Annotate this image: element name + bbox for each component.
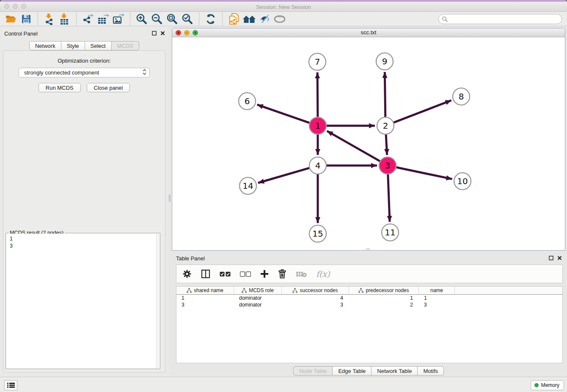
table-cell[interactable]: 3 <box>419 301 455 308</box>
graph-edge-3-10[interactable] <box>396 167 452 179</box>
tab-select[interactable]: Select <box>85 41 112 50</box>
optimization-criterion-select[interactable]: strongly connected component <box>19 68 150 77</box>
close-panel-icon[interactable] <box>160 30 165 37</box>
table-row[interactable]: 1dominator411 <box>176 295 562 301</box>
zoom-fit-icon[interactable] <box>165 12 180 26</box>
delete-column-trash-icon[interactable] <box>278 269 286 279</box>
open-folder-icon[interactable] <box>3 12 19 26</box>
tab-node-table[interactable]: Node Table <box>293 366 333 375</box>
result-line: 1 <box>10 235 160 243</box>
export-network-icon[interactable] <box>80 12 96 26</box>
clone-network-icon[interactable] <box>226 12 242 26</box>
export-table-icon[interactable] <box>96 12 111 26</box>
graph-node-9[interactable]: 9 <box>376 53 393 70</box>
table-cell[interactable]: 4 <box>282 295 349 301</box>
tab-style[interactable]: Style <box>61 41 85 50</box>
network-window-titlebar[interactable]: ✕ − + scc.txt <box>172 28 565 37</box>
tab-motifs[interactable]: Motifs <box>418 366 444 375</box>
mcds-result-text[interactable]: 13 <box>6 234 160 368</box>
import-table-icon[interactable] <box>57 12 72 26</box>
result-scrollbar[interactable] <box>156 233 160 369</box>
float-panel-icon[interactable] <box>549 254 553 262</box>
graph-node-11[interactable]: 11 <box>382 224 399 241</box>
close-panel-icon[interactable] <box>557 254 562 262</box>
unselect-all-columns-icon[interactable] <box>240 271 251 277</box>
table-cell[interactable]: 1 <box>419 295 455 301</box>
graph-node-1[interactable]: 1 <box>309 117 326 134</box>
column-header-shared-name[interactable]: shared name <box>176 287 234 294</box>
tab-network-table[interactable]: Network Table <box>372 366 418 375</box>
search-input[interactable] <box>438 14 562 24</box>
memory-label: Memory <box>541 382 559 388</box>
table-cell[interactable]: dominator <box>234 295 282 301</box>
select-all-columns-icon[interactable] <box>220 271 231 277</box>
function-builder-icon: f(x) <box>316 269 330 279</box>
graph-node-15[interactable]: 15 <box>309 225 326 242</box>
column-header-predecessor-nodes[interactable]: predecessor nodes <box>349 287 419 294</box>
refresh-layout-icon[interactable] <box>203 12 218 26</box>
hierarchy-icon <box>358 288 363 293</box>
panel-splitter-grip[interactable] <box>169 195 171 202</box>
canvas-resize-grip[interactable] <box>366 248 370 251</box>
svg-text:7: 7 <box>315 57 320 67</box>
graph-node-10[interactable]: 10 <box>454 173 471 190</box>
table-panel: Table Panel <box>172 252 565 377</box>
column-header-successor-nodes[interactable]: successor nodes <box>282 287 349 294</box>
graph-node-8[interactable]: 8 <box>453 88 470 105</box>
graph-edge-1-7[interactable] <box>317 72 318 117</box>
graph-edge-3-11[interactable] <box>388 174 390 222</box>
export-image-icon[interactable] <box>111 12 126 26</box>
hierarchy-icon <box>292 288 297 293</box>
add-column-icon[interactable] <box>260 270 269 278</box>
graph-node-6[interactable]: 6 <box>239 93 256 110</box>
table-cell[interactable]: 1 <box>349 295 419 301</box>
table-cell[interactable]: 3 <box>176 301 234 308</box>
table-settings-gear-icon[interactable] <box>182 269 192 279</box>
table-cell[interactable]: 2 <box>349 301 419 308</box>
column-header-MCDS-role[interactable]: MCDS role <box>234 287 282 294</box>
graph-node-2[interactable]: 2 <box>377 117 394 134</box>
graph-edge-3-1[interactable] <box>327 131 380 161</box>
tab-network[interactable]: Network <box>29 41 61 50</box>
svg-text:6: 6 <box>245 96 250 106</box>
memory-status-dot <box>534 383 539 387</box>
hide-details-icon[interactable] <box>257 12 272 26</box>
tab-mcds[interactable]: MCDS <box>112 41 139 50</box>
zoom-out-icon[interactable] <box>149 12 165 26</box>
zoom-in-icon[interactable] <box>134 12 149 26</box>
graph-node-3[interactable]: 3 <box>379 157 396 174</box>
memory-button[interactable]: Memory <box>531 380 564 390</box>
column-header-name[interactable]: name <box>419 287 455 294</box>
network-graph: 7968124314101511 <box>172 37 565 250</box>
table-row[interactable]: 3dominator323 <box>176 301 562 308</box>
graph-edge-2-8[interactable] <box>394 100 451 122</box>
show-details-eye-icon[interactable] <box>272 12 287 26</box>
table-header-row: shared nameMCDS rolesuccessor nodesprede… <box>176 287 562 295</box>
graph-node-14[interactable]: 14 <box>239 177 256 194</box>
task-history-button[interactable] <box>4 380 17 390</box>
import-network-icon[interactable] <box>42 12 57 26</box>
graph-edge-2-3[interactable] <box>386 135 387 155</box>
select-stepper-icon <box>142 69 147 77</box>
run-mcds-button[interactable]: Run MCDS <box>39 83 81 92</box>
home-views-icon[interactable] <box>242 12 257 26</box>
close-panel-button[interactable]: Close panel <box>87 83 130 92</box>
graph-edge-1-6[interactable] <box>257 105 310 123</box>
save-session-icon[interactable] <box>19 12 34 26</box>
tab-edge-table[interactable]: Edge Table <box>333 366 372 375</box>
network-canvas[interactable]: 7968124314101511 <box>172 37 565 250</box>
table-cell[interactable]: 1 <box>176 295 234 301</box>
svg-text:8: 8 <box>459 91 464 102</box>
graph-edge-4-14[interactable] <box>258 168 309 183</box>
table-cell[interactable]: dominator <box>234 301 282 308</box>
toolbar-separator <box>38 13 38 25</box>
network-view-window: ✕ − + scc.txt 7968124314101511 <box>172 28 565 251</box>
graph-node-7[interactable]: 7 <box>309 53 326 70</box>
mcds-result-box: MCDS result (2 nodes) 13 <box>6 233 160 369</box>
column-layout-icon[interactable] <box>201 269 210 279</box>
graph-edge-2-9[interactable] <box>385 72 385 117</box>
zoom-selected-icon[interactable] <box>180 12 195 26</box>
table-cell[interactable]: 3 <box>282 301 349 308</box>
float-panel-icon[interactable] <box>152 30 157 37</box>
graph-node-4[interactable]: 4 <box>309 157 326 174</box>
